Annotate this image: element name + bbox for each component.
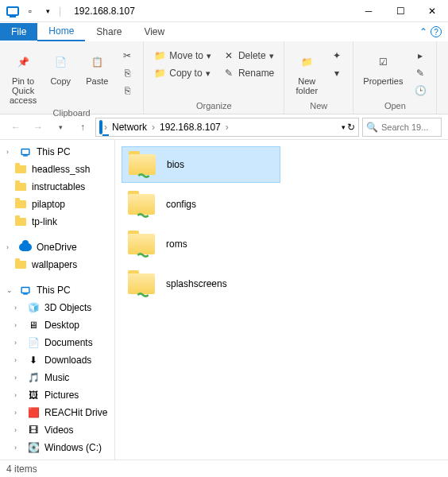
nav-onedrive[interactable]: ›OneDrive [0, 238, 114, 256]
nav-pane[interactable]: ›This PC headless_sshinstructablespilapt… [0, 140, 115, 460]
up-button[interactable]: ↑ [73, 118, 92, 137]
search-input[interactable]: 🔍 [362, 118, 442, 137]
easy-access-button[interactable]: ▾ [327, 65, 346, 81]
network-folder-icon [128, 229, 158, 259]
network-folder-icon [128, 269, 158, 299]
pin-quick-access-button[interactable]: 📌 Pin to Quick access [6, 48, 40, 107]
crumb-host[interactable]: 192.168.8.107 [156, 120, 224, 134]
move-to-button[interactable]: 📁Move to ▾ [150, 48, 214, 64]
new-item-button[interactable]: ✦ [327, 48, 346, 64]
delete-icon: ✕ [222, 49, 235, 62]
refresh-icon[interactable]: ↻ [347, 122, 355, 133]
scissors-icon: ✂ [121, 49, 133, 62]
rename-button[interactable]: ✎Rename [219, 65, 277, 81]
help-icon[interactable]: ? [431, 26, 442, 37]
shortcut-icon: ⎘ [121, 84, 133, 97]
crumb-network[interactable]: Network [109, 120, 150, 134]
back-button[interactable]: ← [6, 118, 25, 137]
moveto-icon: 📁 [153, 49, 166, 62]
copy-to-button[interactable]: 📁Copy to ▾ [150, 65, 214, 81]
tab-share[interactable]: Share [85, 23, 133, 41]
window-title: 192.168.8.107 [68, 6, 353, 17]
forward-button[interactable]: → [29, 118, 48, 137]
item-label: bios [167, 159, 184, 170]
open-icon: ▸ [414, 49, 427, 62]
tab-view[interactable]: View [133, 23, 176, 41]
recent-locations-button[interactable]: ▾ [51, 118, 70, 137]
paste-icon: 📋 [84, 49, 110, 75]
tab-home[interactable]: Home [37, 22, 85, 41]
paste-button[interactable]: 📋 Paste [81, 48, 113, 87]
tab-file[interactable]: File [0, 23, 37, 41]
ribbon-tabs: File Home Share View ⌃ ? [0, 22, 448, 41]
minimize-button[interactable]: ─ [353, 0, 384, 22]
new-item-icon: ✦ [330, 49, 343, 62]
properties-icon: ☑ [370, 49, 396, 75]
address-dropdown-icon[interactable]: ▾ [342, 123, 346, 131]
nav-item[interactable]: ›🧊3D Objects [0, 299, 114, 316]
group-organize-label: Organize [150, 99, 277, 114]
history-icon: 🕒 [414, 84, 427, 97]
copy-button[interactable]: 📄 Copy [44, 48, 76, 87]
paste-shortcut-button[interactable]: ⎘ [118, 83, 137, 99]
select-all-button[interactable]: ▦Select all [443, 48, 448, 64]
delete-button[interactable]: ✕Delete ▾ [219, 48, 277, 64]
folder-item[interactable]: configs [122, 186, 280, 223]
nav-item[interactable]: ›🎞Videos [0, 421, 114, 439]
copyto-icon: 📁 [153, 67, 166, 80]
cut-button[interactable]: ✂ [118, 48, 137, 64]
items-view[interactable]: biosconfigsromssplashscreens [115, 140, 448, 460]
history-button[interactable]: 🕒 [411, 83, 430, 99]
close-button[interactable]: ✕ [416, 0, 448, 22]
pc-icon [99, 122, 102, 133]
nav-item[interactable]: tp-link [0, 213, 114, 231]
qat-icon[interactable]: ▫ [24, 5, 37, 17]
invert-selection-button[interactable]: ▨Invert selection [443, 83, 448, 99]
group-open-label: Open [360, 99, 430, 114]
network-folder-icon [129, 149, 159, 180]
ribbon: 📌 Pin to Quick access 📄 Copy 📋 Paste ✂ ⎘… [0, 41, 448, 114]
nav-item[interactable]: ›🖥Desktop [0, 316, 114, 334]
folder-item[interactable]: splashscreens [122, 266, 280, 302]
properties-button[interactable]: ☑ Properties [360, 48, 406, 87]
status-text: 4 items [6, 463, 37, 475]
maximize-button[interactable]: ☐ [384, 0, 416, 22]
nav-item[interactable]: wallpapers [0, 256, 114, 273]
qat-dropdown[interactable]: ▾ [41, 5, 54, 17]
new-folder-icon: 📁 [294, 49, 319, 75]
breadcrumb[interactable]: › Network › 192.168.8.107 › ▾ ↻ [95, 118, 359, 137]
titlebar: ▫ ▾ | 192.168.8.107 ─ ☐ ✕ [0, 0, 448, 22]
rename-icon: ✎ [222, 67, 235, 80]
copy-icon: 📄 [48, 49, 73, 75]
nav-item[interactable]: ›🎵Music [0, 369, 114, 386]
nav-item[interactable]: ›⬇Downloads [0, 351, 114, 369]
app-icon [6, 5, 19, 17]
new-folder-button[interactable]: 📁 New folder [291, 48, 322, 97]
easy-access-icon: ▾ [330, 67, 343, 80]
item-label: splashscreens [166, 278, 227, 289]
item-label: roms [166, 238, 187, 250]
nav-item[interactable]: headless_ssh [0, 161, 114, 178]
item-label: configs [166, 199, 196, 210]
group-new-label: New [291, 99, 346, 114]
status-bar: 4 items [0, 460, 448, 477]
nav-item[interactable]: ›🟥REACHit Drive [0, 404, 114, 421]
network-folder-icon [128, 189, 158, 219]
copy-path-button[interactable]: ⎘ [118, 65, 137, 81]
nav-item[interactable]: ›🖼Pictures [0, 386, 114, 404]
nav-item[interactable]: instructables [0, 178, 114, 196]
nav-item[interactable]: ›📄Documents [0, 334, 114, 351]
nav-this-pc[interactable]: ⌄This PC [0, 281, 114, 299]
nav-this-pc-quick[interactable]: ›This PC [0, 143, 114, 161]
ribbon-collapse-icon[interactable]: ⌃ [419, 26, 427, 37]
select-none-button[interactable]: ▢Select none [443, 65, 448, 81]
edit-button[interactable]: ✎ [411, 65, 430, 81]
path-icon: ⎘ [121, 67, 133, 80]
pin-icon: 📌 [10, 49, 36, 75]
nav-item[interactable]: ›💽Windows (C:) [0, 439, 114, 456]
folder-item[interactable]: roms [122, 226, 280, 262]
edit-icon: ✎ [414, 67, 427, 80]
nav-item[interactable]: pilaptop [0, 196, 114, 213]
folder-item[interactable]: bios [122, 146, 280, 183]
open-button[interactable]: ▸ [411, 48, 430, 64]
